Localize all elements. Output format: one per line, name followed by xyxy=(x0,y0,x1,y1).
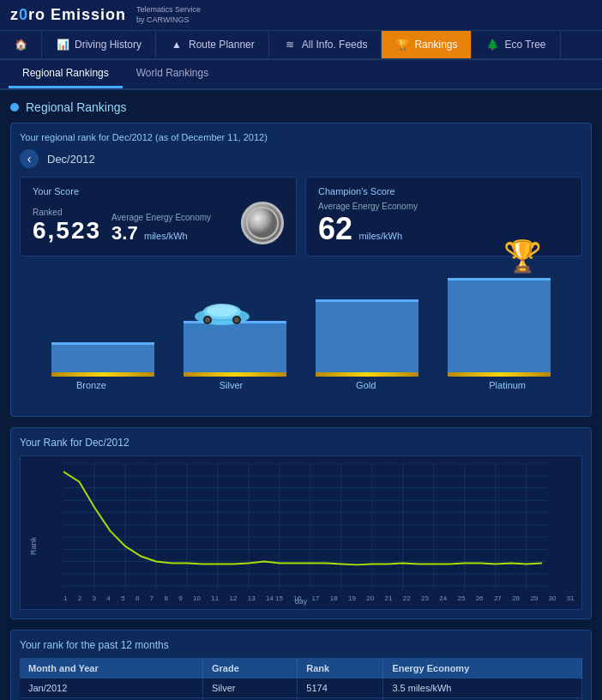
history-table-section: Your rank for the past 12 months Month a… xyxy=(10,630,592,700)
line-chart-svg: 1 800 1,600 2,400 3,200 4,000 4,800 5,60… xyxy=(63,463,547,588)
champion-avg-label: Average Energy Economy xyxy=(318,202,569,211)
your-avg-group: Average Energy Economy 3.7 miles/kWh xyxy=(111,213,211,244)
your-score-title: Your Score xyxy=(33,186,284,196)
cell-rank: 5174 xyxy=(298,679,383,698)
rank-chart-section: Your Rank for Dec/2012 Rank day xyxy=(10,427,592,619)
cell-grade: Silver xyxy=(203,679,298,698)
tier-labels: Bronze Silver Gold Platinum xyxy=(20,380,582,390)
champion-avg-value: 62 xyxy=(318,211,352,246)
home-icon: 🏠 xyxy=(14,38,27,51)
col-rank: Rank xyxy=(298,658,383,679)
cell-month: Jan/2012 xyxy=(20,679,203,698)
app-logo: z0ro Emission xyxy=(10,6,126,24)
gold-stripe xyxy=(316,372,418,377)
rank-label: Ranked xyxy=(33,208,101,217)
app-header: z0ro Emission Telematics Service by CARW… xyxy=(0,0,602,31)
sub-nav: Regional Rankings World Rankings xyxy=(0,60,602,90)
trophy-nav-icon: 🏆 xyxy=(395,38,409,51)
tier-chart: 🏆 xyxy=(20,265,582,377)
gold-bar xyxy=(316,299,418,377)
nav-eco-tree[interactable]: 🌲 Eco Tree xyxy=(472,31,560,58)
cell-economy: 3.5 miles/kWh xyxy=(383,679,582,698)
rank-panel: Your regional rank for Dec/2012 (as of D… xyxy=(10,123,592,417)
champion-score-title: Champion's Score xyxy=(318,186,569,196)
route-icon: ▲ xyxy=(170,38,184,51)
tier-platinum: 🏆 xyxy=(448,278,551,377)
sub-nav-world[interactable]: World Rankings xyxy=(123,60,222,88)
nav-rankings[interactable]: 🏆 Rankings xyxy=(382,31,472,58)
table-row: Jan/2012Silver51743.5 miles/kWh xyxy=(20,679,582,698)
table-header-row: Month and Year Grade Rank Energy Economy xyxy=(20,658,582,679)
rank-value: 6,523 xyxy=(33,217,101,244)
month-prev-button[interactable]: ‹ xyxy=(20,149,39,168)
silver-bar xyxy=(184,321,286,377)
page-title: Regional Rankings xyxy=(10,100,592,114)
rank-panel-header: Your regional rank for Dec/2012 (as of D… xyxy=(20,132,582,142)
logo-zero: 0 xyxy=(19,6,28,23)
tier-gold xyxy=(316,299,418,377)
your-avg-value-row: 3.7 miles/kWh xyxy=(111,222,211,244)
svg-point-6 xyxy=(205,317,210,323)
svg-point-7 xyxy=(234,317,239,323)
your-avg-unit: miles/kWh xyxy=(144,231,188,241)
silver-label: Silver xyxy=(220,380,244,390)
bronze-bar xyxy=(51,342,154,377)
x-tick-labels: 1 2 3 4 5 6 7 8 9 10 11 12 13 14 15 16 1… xyxy=(63,594,575,602)
table-body: Jan/2012Silver51743.5 miles/kWhFeb/2012S… xyxy=(20,679,582,700)
col-economy: Energy Economy xyxy=(383,658,582,679)
tier-silver xyxy=(184,321,286,377)
nav-home[interactable]: 🏠 xyxy=(0,31,42,58)
tier-chart-container: 🏆 Bronze Silver Gold Platinum xyxy=(20,265,582,407)
your-avg-value: 3.7 xyxy=(111,222,138,244)
nav-driving-history[interactable]: 📊 Driving History xyxy=(42,31,156,58)
svg-point-0 xyxy=(247,208,278,238)
trophy-icon: 🏆 xyxy=(503,238,542,275)
bronze-label: Bronze xyxy=(76,380,106,390)
nav-all-info[interactable]: ≋ All Info. Feeds xyxy=(269,31,382,58)
platinum-stripe xyxy=(448,372,551,377)
chart-icon: 📊 xyxy=(56,38,69,51)
score-row: Your Score Ranked 6,523 Average Energy E… xyxy=(20,177,582,256)
platinum-bar xyxy=(448,278,551,377)
feed-icon: ≋ xyxy=(283,38,297,51)
gold-label: Gold xyxy=(356,380,376,390)
col-month: Month and Year xyxy=(20,658,203,679)
svg-point-3 xyxy=(207,305,238,317)
silver-medal xyxy=(241,202,284,244)
col-grade: Grade xyxy=(203,658,298,679)
your-avg-label: Average Energy Economy xyxy=(111,213,211,222)
rank-chart-title: Your Rank for Dec/2012 xyxy=(20,437,582,449)
month-nav: ‹ Dec/2012 xyxy=(20,149,582,168)
app-tagline: Telematics Service by CARWINGS xyxy=(136,5,201,25)
champion-avg-unit: miles/kWh xyxy=(358,231,402,241)
platinum-label: Platinum xyxy=(489,380,526,390)
silver-stripe xyxy=(184,372,286,377)
line-chart-container: Rank day xyxy=(20,456,582,610)
month-label: Dec/2012 xyxy=(47,153,95,166)
table-title: Your rank for the past 12 months xyxy=(20,639,582,651)
y-axis-title: Rank xyxy=(29,537,38,555)
main-nav: 🏠 📊 Driving History ▲ Route Planner ≋ Al… xyxy=(0,31,602,60)
section-dot xyxy=(10,103,19,112)
your-score-inline: Ranked 6,523 Average Energy Economy 3.7 … xyxy=(33,202,284,244)
tier-bronze xyxy=(51,342,154,377)
car-icon xyxy=(192,299,252,325)
your-rank-group: Ranked 6,523 xyxy=(33,208,101,244)
nav-route-planner[interactable]: ▲ Route Planner xyxy=(156,31,269,58)
history-table: Month and Year Grade Rank Energy Economy… xyxy=(20,658,582,700)
tree-icon: 🌲 xyxy=(485,38,499,51)
sub-nav-regional[interactable]: Regional Rankings xyxy=(9,60,123,88)
your-score-box: Your Score Ranked 6,523 Average Energy E… xyxy=(20,177,297,256)
bronze-stripe xyxy=(51,372,154,377)
main-content: Regional Rankings Your regional rank for… xyxy=(0,90,602,700)
